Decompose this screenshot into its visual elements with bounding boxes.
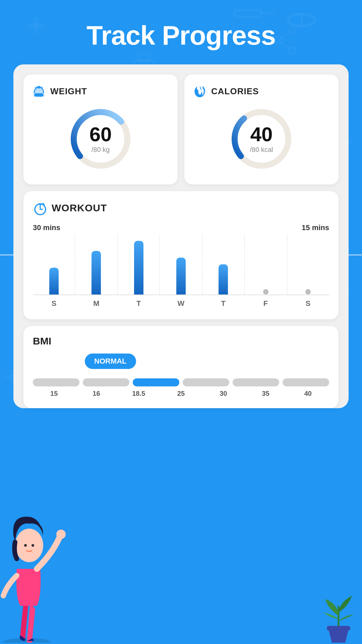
svg-rect-46 [327,626,350,631]
bar-t2 [202,235,244,294]
workout-title: WORKOUT [52,202,107,214]
day-t2: T [202,299,244,308]
day-s2: S [287,299,329,308]
workout-header: WORKOUT [33,201,329,215]
plant-illustration [318,589,359,644]
weight-title: WEIGHT [50,86,87,97]
scale-icon [32,84,46,99]
page-title: Track Progress [13,20,349,51]
chart-day-labels: S M T W T F S [33,299,329,308]
bmi-status-bubble: NORMAL [85,354,136,369]
main-card: WEIGHT [13,64,349,408]
calories-value: 40 [250,124,273,145]
calories-header: CALORIES [192,84,330,99]
workout-chart: 30 mins 15 mins [33,223,329,311]
bmi-bar-row [33,378,329,386]
bmi-num-15: 15 [33,390,75,397]
day-f: F [244,299,287,308]
bmi-seg-5 [283,378,329,386]
chart-labels-top: 30 mins 15 mins [33,223,329,232]
bar-t1 [118,235,160,294]
bar-m [75,235,117,294]
day-s: S [33,299,75,308]
weight-card: WEIGHT [23,74,178,184]
bmi-seg-2 [133,378,179,386]
bmi-num-25: 25 [160,390,202,397]
flame-icon [192,84,207,99]
stopwatch-icon [33,201,48,215]
bmi-num-16: 16 [75,390,117,397]
bmi-card: BMI NORMAL 15 16 18.5 25 30 35 40 [23,326,339,408]
bmi-seg-1 [83,378,129,386]
workout-card: WORKOUT 30 mins 15 mins [23,191,339,319]
bmi-num-30: 30 [202,390,244,397]
weight-circle: 60 /80 kg [67,105,134,172]
svg-rect-28 [34,93,44,97]
bmi-numbers: 15 16 18.5 25 30 35 40 [33,390,329,397]
calories-title: CALORIES [211,86,259,97]
bar-f [244,235,287,294]
chart-label-right: 15 mins [302,223,329,232]
calories-card: CALORIES [184,74,339,184]
calories-text: 40 /80 kcal [250,124,273,154]
svg-point-45 [32,544,34,547]
bar-s2 [287,235,329,294]
day-w: W [160,299,202,308]
bmi-seg-0 [33,378,79,386]
calories-circle: 40 /80 kcal [228,105,295,172]
svg-point-41 [56,530,66,539]
svg-rect-30 [35,87,43,88]
bmi-seg-4 [233,378,279,386]
bmi-seg-3 [183,378,229,386]
weight-value: 60 [89,124,112,145]
bmi-num-40: 40 [287,390,329,397]
chart-label-left: 30 mins [33,223,60,232]
day-t1: T [118,299,160,308]
svg-point-43 [15,529,43,562]
character-illustration [0,502,80,644]
day-m: M [75,299,117,308]
bmi-title: BMI [33,335,329,347]
weight-header: WEIGHT [32,84,170,99]
bar-w [160,235,202,294]
bar-s [33,235,75,294]
svg-point-44 [24,544,27,547]
chart-bars [33,235,329,295]
weight-unit: /80 kg [89,146,112,154]
weight-text: 60 /80 kg [89,124,112,154]
svg-point-40 [3,638,50,643]
calories-unit: /80 kcal [250,146,273,154]
bmi-num-35: 35 [244,390,287,397]
bmi-num-185: 18.5 [118,390,160,397]
metrics-row: WEIGHT [23,74,339,184]
